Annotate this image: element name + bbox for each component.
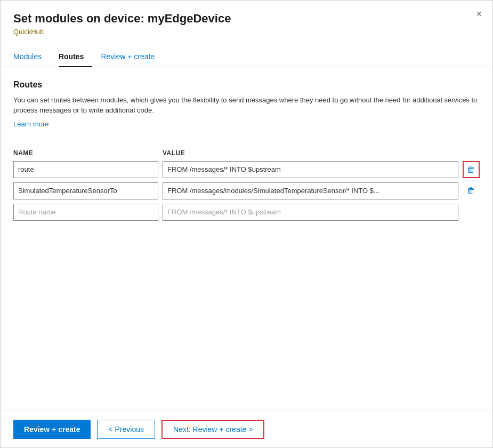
tab-review-create[interactable]: Review + create [101, 47, 163, 67]
route-value-input-3[interactable] [163, 204, 458, 221]
trash-icon: 🗑 [467, 186, 475, 196]
tab-routes[interactable]: Routes [59, 47, 92, 67]
close-button[interactable]: × [476, 9, 482, 19]
tab-bar: Modules Routes Review + create [1, 46, 492, 67]
next-review-create-button[interactable]: Next: Review + create > [161, 420, 264, 439]
section-title: Routes [13, 80, 480, 90]
trash-icon: 🗑 [467, 165, 475, 174]
routes-table: NAME VALUE 🗑 🗑 [13, 149, 480, 221]
table-header: NAME VALUE [13, 149, 480, 161]
col-value-header: VALUE [163, 149, 480, 157]
dialog-header: Set modules on device: myEdgeDevice Quic… [1, 1, 492, 40]
table-row [13, 204, 480, 221]
previous-button[interactable]: < Previous [97, 420, 155, 439]
route-name-input-2[interactable] [13, 182, 158, 199]
dialog-title: Set modules on device: myEdgeDevice [13, 11, 480, 27]
col-name-header: NAME [13, 149, 163, 157]
delete-route-button-2[interactable]: 🗑 [463, 182, 480, 199]
dialog-footer: Review + create < Previous Next: Review … [1, 411, 492, 447]
tab-modules[interactable]: Modules [13, 47, 50, 67]
set-modules-dialog: Set modules on device: myEdgeDevice Quic… [0, 0, 493, 448]
dialog-body: Routes You can set routes between module… [1, 67, 492, 411]
review-create-button[interactable]: Review + create [13, 420, 91, 439]
delete-spacer [463, 204, 480, 221]
route-name-input-3[interactable] [13, 204, 158, 221]
table-row: 🗑 [13, 161, 480, 178]
route-value-input-1[interactable] [163, 161, 458, 178]
learn-more-link[interactable]: Learn more [13, 120, 49, 128]
table-row: 🗑 [13, 182, 480, 199]
route-name-input-1[interactable] [13, 161, 158, 178]
section-description: You can set routes between modules, whic… [13, 95, 480, 116]
delete-route-button-1[interactable]: 🗑 [463, 161, 480, 178]
dialog-subtitle: QuickHub [13, 28, 480, 36]
route-value-input-2[interactable] [163, 182, 458, 199]
